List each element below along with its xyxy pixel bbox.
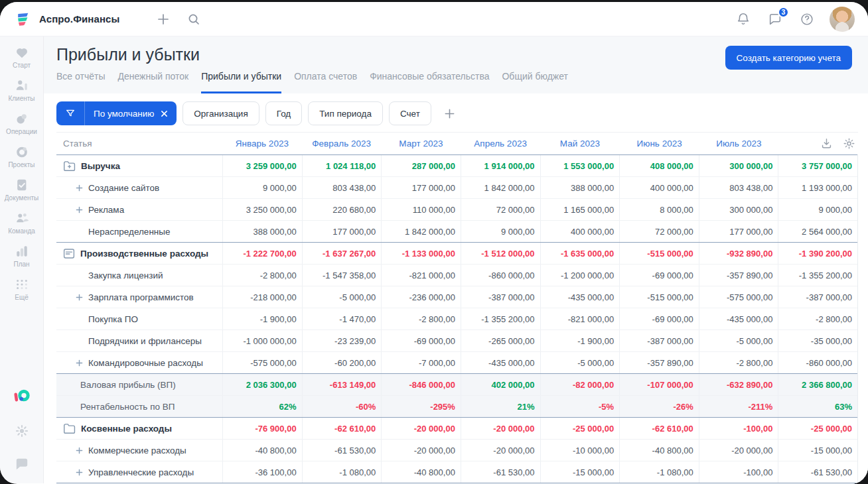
gear-icon[interactable] bbox=[13, 422, 31, 440]
row-label[interactable]: Подрядчики и фрилансеры bbox=[56, 330, 222, 351]
sidebar-item-start[interactable]: Старт bbox=[0, 46, 43, 69]
filter-chip[interactable]: Счет bbox=[389, 101, 431, 125]
cell-value: -1 200 000,00 bbox=[540, 265, 620, 286]
download-icon[interactable] bbox=[820, 137, 833, 150]
cell-value: 2 036 300,00 bbox=[222, 374, 302, 395]
clear-filter-icon[interactable] bbox=[161, 110, 168, 117]
sidebar-item-more[interactable]: Ещё bbox=[0, 278, 43, 301]
row-label[interactable]: Производственные расходы bbox=[56, 243, 222, 264]
table-row[interactable]: Коммерческие расходы-40 800,00-61 530,00… bbox=[56, 439, 857, 461]
table-row[interactable]: Подрядчики и фрилансеры-1 000 000,00-23 … bbox=[56, 330, 857, 351]
cell-value: -1 355 200,00 bbox=[461, 308, 540, 330]
tab-общий-бюджет[interactable]: Общий бюджет bbox=[502, 71, 567, 93]
chat-icon[interactable] bbox=[13, 455, 31, 473]
row-plus-icon[interactable] bbox=[76, 206, 83, 213]
row-label[interactable]: Создание сайтов bbox=[56, 177, 222, 198]
folder-plus-icon bbox=[63, 160, 76, 172]
table-row[interactable]: Выручка3 259 000,001 024 118,00287 000,0… bbox=[56, 154, 857, 176]
cell-value: 3 757 000,00 bbox=[778, 155, 857, 176]
cell-value: -1 080,00 bbox=[302, 461, 382, 483]
table-row[interactable]: Нераспределенные388 000,00177 000,001 84… bbox=[56, 220, 857, 242]
table-row[interactable]: Зарплата программистов-218 000,00-5 000,… bbox=[56, 286, 857, 308]
row-label[interactable]: Закупка лицензий bbox=[56, 265, 222, 286]
table-row[interactable]: Командировочные расходы-575 000,00-60 20… bbox=[56, 351, 857, 373]
table-row[interactable]: Закупка лицензий-2 800,00-1 547 358,00-8… bbox=[56, 264, 857, 286]
row-label[interactable]: Зарплата программистов bbox=[56, 286, 222, 308]
table-row[interactable]: Реклама3 250 000,00220 680,00110 000,007… bbox=[56, 198, 857, 220]
tab-финансовые-обязательства[interactable]: Финансовые обязательства bbox=[370, 71, 489, 93]
avatar[interactable] bbox=[830, 7, 855, 32]
cell-value: 1 553 000,00 bbox=[540, 155, 620, 176]
row-label[interactable]: Реклама bbox=[56, 199, 222, 220]
filter-chip[interactable]: Тип периода bbox=[308, 101, 383, 125]
cell-value: 3 259 000,00 bbox=[222, 155, 302, 176]
tab-денежный-поток[interactable]: Денежный поток bbox=[117, 71, 188, 93]
cell-value: -1 637 267,00 bbox=[302, 243, 382, 264]
row-label[interactable]: Рентабельность по ВП bbox=[56, 396, 222, 417]
cell-value: 63% bbox=[778, 396, 857, 417]
create-category-button[interactable]: Создать категорию учета bbox=[725, 46, 852, 70]
sidebar-bottom bbox=[13, 387, 31, 483]
cell-value: -265 000,00 bbox=[461, 330, 540, 351]
cell-value: -15 000,00 bbox=[540, 461, 620, 483]
row-label[interactable]: Командировочные расходы bbox=[56, 352, 222, 373]
cell-value: -632 890,00 bbox=[699, 374, 778, 395]
filter-chips: ОрганизацияГодТип периодаСчет bbox=[182, 101, 431, 125]
sidebar-item-team[interactable]: Команда bbox=[0, 212, 43, 235]
help-icon[interactable] bbox=[798, 10, 816, 29]
filter-chip[interactable]: Организация bbox=[182, 101, 259, 125]
cell-value: 388 000,00 bbox=[222, 221, 302, 242]
sidebar-item-projects[interactable]: Проекты bbox=[0, 145, 43, 168]
cell-value: -7 000,00 bbox=[381, 352, 461, 373]
row-plus-icon[interactable] bbox=[76, 294, 83, 301]
sidebar-item-documents[interactable]: Документы bbox=[0, 178, 43, 202]
row-label[interactable]: Покупка ПО bbox=[56, 308, 222, 330]
row-label[interactable]: Валовая прибыль (ВП) bbox=[56, 374, 222, 395]
table-row[interactable]: Создание сайтов9 000,00803 438,00177 000… bbox=[56, 176, 857, 198]
cell-value: -10 000,00 bbox=[540, 440, 620, 461]
tabs: Все отчётыДенежный потокПрибыли и убытки… bbox=[56, 71, 852, 93]
search-icon[interactable] bbox=[184, 10, 203, 29]
tab-прибыли-и-убытки[interactable]: Прибыли и убытки bbox=[201, 71, 281, 93]
funnel-icon[interactable] bbox=[56, 101, 85, 125]
table-row[interactable]: Валовая прибыль (ВП)2 036 300,00-613 149… bbox=[56, 373, 857, 395]
sidebar-item-operations[interactable]: Операции bbox=[0, 112, 43, 135]
bell-icon[interactable] bbox=[734, 10, 753, 29]
sidebar-item-plan[interactable]: План bbox=[0, 245, 43, 268]
row-label-text: Реклама bbox=[88, 205, 124, 215]
row-plus-icon[interactable] bbox=[76, 359, 83, 367]
cell-value: 3 250 000,00 bbox=[222, 199, 302, 220]
messages-icon[interactable]: 3 bbox=[766, 10, 784, 29]
cell-value: -61 530,00 bbox=[302, 440, 382, 461]
row-label[interactable]: Косвенные расходы bbox=[56, 418, 222, 439]
row-plus-icon[interactable] bbox=[76, 469, 83, 476]
sidebar-item-clients[interactable]: Клиенты bbox=[0, 79, 43, 102]
table-row[interactable]: Управленческие расходы-36 100,00-1 080,0… bbox=[56, 461, 857, 483]
table-row[interactable]: Рентабельность по ВП62%-60%-295%21%-5%-2… bbox=[56, 395, 857, 417]
sidebar-item-label: Ещё bbox=[15, 294, 28, 301]
folder-icon bbox=[63, 423, 76, 434]
row-label[interactable]: Управленческие расходы bbox=[56, 461, 222, 483]
cell-value: 388 000,00 bbox=[540, 177, 620, 198]
row-plus-icon[interactable] bbox=[76, 447, 83, 454]
add-filter-icon[interactable] bbox=[441, 104, 459, 123]
row-label[interactable]: Коммерческие расходы bbox=[56, 440, 222, 461]
add-icon[interactable] bbox=[154, 10, 173, 29]
tab-все-отчёты[interactable]: Все отчёты bbox=[56, 71, 105, 93]
table-row[interactable]: Производственные расходы-1 222 700,00-1 … bbox=[56, 242, 857, 264]
tab-оплата-счетов[interactable]: Оплата счетов bbox=[294, 71, 357, 93]
row-plus-icon[interactable] bbox=[76, 184, 83, 192]
cell-value: 408 000,00 bbox=[619, 155, 699, 176]
table-row[interactable]: Косвенные расходы-76 900,00-62 610,00-20… bbox=[56, 417, 857, 439]
cell-value: 400 000,00 bbox=[619, 177, 699, 198]
default-filter-pill[interactable]: По умолчанию bbox=[56, 101, 177, 125]
cell-value: -69 000,00 bbox=[381, 330, 461, 351]
filter-chip[interactable]: Год bbox=[265, 101, 303, 125]
sidebar-item-label: Клиенты bbox=[8, 95, 35, 102]
gear-icon[interactable] bbox=[843, 137, 855, 150]
table-row[interactable]: Покупка ПО-1 900,00-1 470,00-2 800,00-1 … bbox=[56, 308, 857, 330]
row-label[interactable]: Выручка bbox=[56, 155, 222, 176]
row-label[interactable]: Нераспределенные bbox=[56, 221, 222, 242]
cell-value: -5 000,00 bbox=[302, 286, 382, 308]
column-header-month: Апрель 2023 bbox=[461, 133, 540, 154]
